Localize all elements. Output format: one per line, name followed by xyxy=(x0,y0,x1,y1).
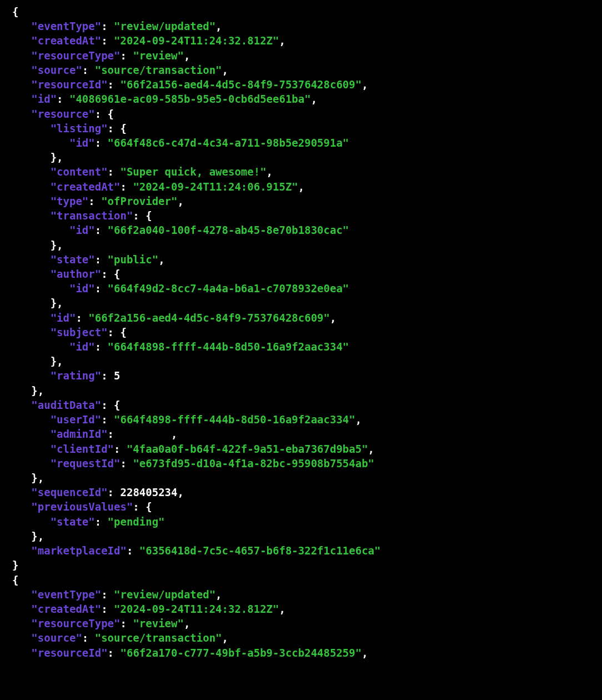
json-viewer: { "eventType": "review/updated", "create… xyxy=(0,0,602,664)
